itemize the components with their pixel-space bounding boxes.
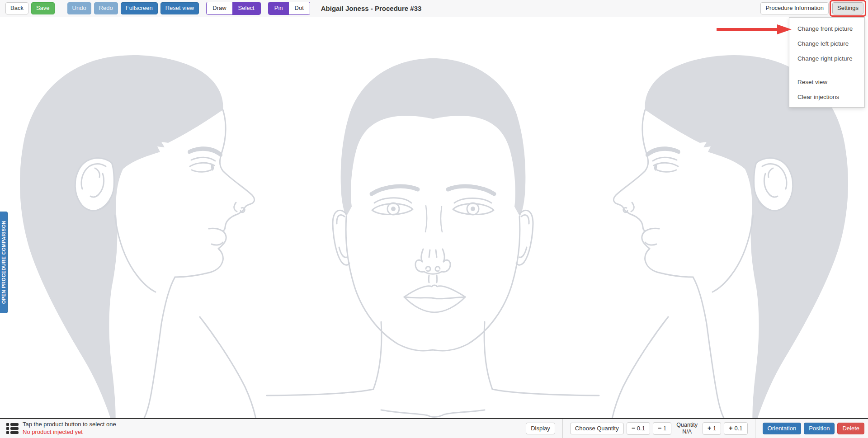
pin-dot-toggle: Pin Dot — [268, 2, 310, 14]
orientation-button[interactable]: Orientation — [763, 423, 802, 434]
face-diagram-left-profile — [10, 52, 288, 418]
plus-icon: + — [708, 425, 711, 432]
draw-select-toggle: Draw Select — [206, 2, 260, 14]
fullscreen-button[interactable]: Fullscreen — [121, 2, 158, 14]
select-mode-button[interactable]: Select — [232, 2, 260, 14]
product-list-icon[interactable] — [6, 423, 19, 434]
menu-item-change-front-picture[interactable]: Change front picture — [789, 21, 864, 36]
redo-button[interactable]: Redo — [94, 2, 118, 14]
menu-item-clear-injections[interactable]: Clear injections — [789, 89, 864, 104]
product-hint-text: Tap the product button to select one — [23, 421, 116, 429]
increase-0-1-button[interactable]: + 0.1 — [724, 422, 747, 434]
undo-button[interactable]: Undo — [67, 2, 91, 14]
quantity-readout: Quantity N/A — [676, 422, 698, 435]
divider — [562, 419, 563, 438]
position-button[interactable]: Position — [804, 423, 835, 434]
dot-mode-button[interactable]: Dot — [289, 2, 310, 14]
side-tab-label: OPEN PROCEDURE COMPARISON — [1, 221, 6, 304]
draw-mode-button[interactable]: Draw — [207, 2, 232, 14]
display-button[interactable]: Display — [526, 423, 555, 434]
save-button[interactable]: Save — [31, 2, 55, 14]
decrease-0-1-button[interactable]: − 0.1 — [627, 422, 650, 434]
increase-1-button[interactable]: + 1 — [703, 422, 721, 434]
minus-icon: − — [658, 425, 661, 432]
plus-icon: + — [729, 425, 732, 432]
choose-quantity-button[interactable]: Choose Quantity — [570, 423, 624, 434]
injection-canvas[interactable] — [0, 18, 868, 418]
menu-item-change-right-picture[interactable]: Change right picture — [789, 51, 864, 66]
page-title: Abigail Joness - Procedure #33 — [321, 5, 422, 12]
delete-button[interactable]: Delete — [837, 423, 864, 434]
settings-button[interactable]: Settings — [832, 2, 863, 14]
quantity-value: N/A — [676, 429, 698, 435]
bottom-toolbar-right: Display Choose Quantity − 0.1 − 1 Quanti… — [526, 419, 864, 438]
app-window: Back Save Undo Redo Fullscreen Reset vie… — [0, 0, 868, 438]
back-button[interactable]: Back — [5, 2, 28, 14]
quantity-label: Quantity — [676, 422, 698, 429]
pin-mode-button[interactable]: Pin — [269, 2, 289, 14]
menu-divider — [789, 73, 864, 73]
menu-item-reset-view[interactable]: Reset view — [789, 75, 864, 89]
face-diagram-front — [330, 57, 536, 418]
bottom-toolbar: Tap the product button to select one No … — [0, 418, 868, 438]
minus-icon: − — [632, 425, 635, 432]
divider — [755, 419, 755, 438]
product-status-text: No product injected yet — [23, 429, 116, 436]
settings-dropdown-menu: Change front picture Change left picture… — [789, 17, 865, 108]
toolbar-right-group: Procedure Information Settings — [760, 2, 863, 14]
procedure-information-button[interactable]: Procedure Information — [760, 2, 829, 14]
reset-view-button[interactable]: Reset view — [160, 2, 199, 14]
menu-item-change-left-picture[interactable]: Change left picture — [789, 36, 864, 51]
decrease-1-button[interactable]: − 1 — [653, 422, 671, 434]
product-hint-block: Tap the product button to select one No … — [23, 421, 116, 436]
open-procedure-comparison-tab[interactable]: OPEN PROCEDURE COMPARISON — [0, 212, 8, 313]
top-toolbar: Back Save Undo Redo Fullscreen Reset vie… — [0, 0, 868, 17]
